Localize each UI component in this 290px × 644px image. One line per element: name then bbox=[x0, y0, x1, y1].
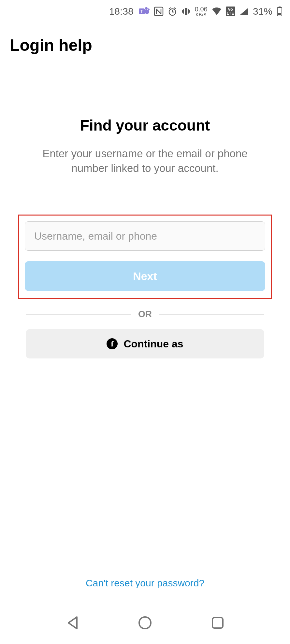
next-button[interactable]: Next bbox=[25, 261, 265, 291]
cant-reset-link[interactable]: Can't reset your password? bbox=[0, 578, 290, 602]
status-bar: 18:38 T 0.06 KB/S Vo LTE 31% bbox=[0, 0, 290, 23]
find-account-subtext: Enter your username or the email or phon… bbox=[0, 134, 290, 175]
facebook-icon: f bbox=[107, 338, 118, 349]
nav-home-button[interactable] bbox=[136, 614, 154, 632]
svg-rect-12 bbox=[212, 618, 223, 628]
status-time: 18:38 bbox=[109, 6, 134, 17]
svg-rect-7 bbox=[185, 8, 187, 15]
svg-rect-10 bbox=[278, 13, 281, 15]
signal-icon bbox=[239, 7, 249, 16]
main-content: Find your account Enter your username or… bbox=[0, 55, 290, 602]
android-nav-bar bbox=[0, 602, 290, 644]
highlight-box: Next bbox=[18, 215, 272, 299]
vibrate-icon bbox=[181, 7, 191, 16]
divider-or: OR bbox=[26, 309, 264, 319]
find-account-heading: Find your account bbox=[0, 55, 290, 134]
nav-back-button[interactable] bbox=[63, 614, 81, 632]
nav-recent-button[interactable] bbox=[209, 614, 227, 632]
divider-line-left bbox=[26, 314, 131, 315]
battery-icon bbox=[276, 6, 283, 17]
divider-line-right bbox=[159, 314, 264, 315]
svg-text:T: T bbox=[140, 9, 143, 14]
page-title: Login help bbox=[0, 23, 290, 55]
continue-facebook-button[interactable]: f Continue as bbox=[26, 329, 264, 358]
svg-rect-9 bbox=[279, 7, 281, 7]
continue-facebook-label: Continue as bbox=[123, 338, 183, 350]
or-label: OR bbox=[138, 309, 152, 319]
battery-percent: 31% bbox=[253, 6, 272, 17]
teams-icon: T bbox=[139, 7, 150, 16]
volte-icon: Vo LTE bbox=[226, 7, 235, 16]
identifier-input[interactable] bbox=[25, 221, 265, 251]
network-speed: 0.06 KB/S bbox=[195, 6, 208, 17]
svg-point-11 bbox=[139, 617, 151, 629]
svg-point-2 bbox=[145, 7, 148, 10]
svg-rect-4 bbox=[145, 10, 149, 14]
alarm-icon bbox=[167, 7, 177, 16]
nfc-icon bbox=[154, 7, 164, 16]
wifi-icon bbox=[211, 7, 222, 16]
